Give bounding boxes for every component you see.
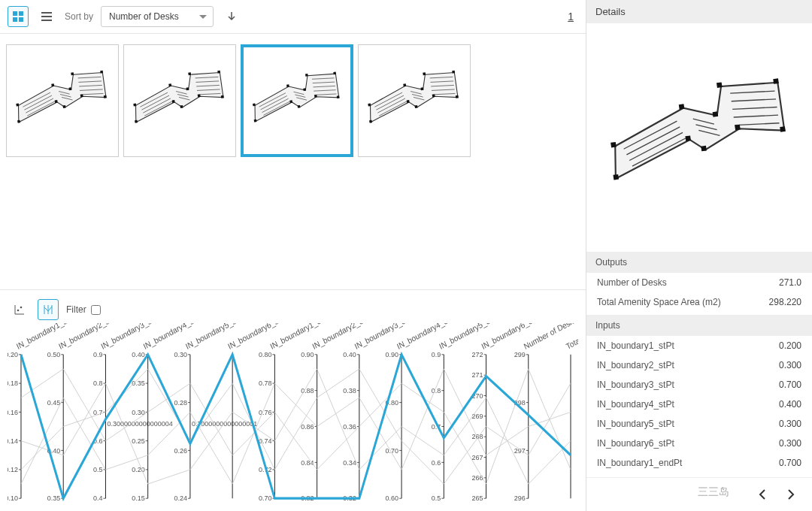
svg-text:0.86: 0.86 bbox=[301, 422, 314, 431]
svg-rect-6 bbox=[41, 20, 52, 21]
svg-text:266: 266 bbox=[472, 473, 483, 482]
arrow-left-icon bbox=[756, 488, 768, 500]
svg-text:272: 272 bbox=[472, 350, 483, 359]
parallel-view-button[interactable] bbox=[38, 299, 59, 320]
filter-toggle[interactable]: Filter bbox=[66, 304, 101, 315]
kv-value: 0.700 bbox=[779, 458, 801, 468]
svg-text:0.70: 0.70 bbox=[259, 494, 271, 503]
view-grid-button[interactable] bbox=[8, 6, 29, 27]
thumbnail-item[interactable] bbox=[123, 44, 236, 157]
svg-text:299: 299 bbox=[514, 350, 526, 359]
svg-text:297: 297 bbox=[514, 446, 526, 455]
arrow-down-icon bbox=[226, 11, 238, 23]
svg-point-7 bbox=[17, 310, 20, 312]
kv-key: IN_boundary4_stPt bbox=[597, 399, 674, 410]
svg-text:0.28: 0.28 bbox=[174, 398, 186, 407]
kv-row: IN_boundary1_stPt0.200 bbox=[586, 336, 812, 355]
prev-button[interactable] bbox=[752, 484, 773, 505]
sort-direction-button[interactable] bbox=[221, 6, 242, 27]
svg-text:0.8: 0.8 bbox=[93, 379, 102, 388]
details-title: Details bbox=[586, 0, 812, 23]
svg-text:0.5: 0.5 bbox=[432, 494, 441, 503]
svg-text:0.34: 0.34 bbox=[343, 458, 356, 467]
svg-text:0.25: 0.25 bbox=[132, 437, 144, 446]
scatter-view-button[interactable] bbox=[9, 299, 30, 320]
svg-text:0.80: 0.80 bbox=[259, 350, 271, 359]
kv-key: Number of Desks bbox=[597, 277, 667, 288]
kv-row: IN_boundary4_stPt0.400 bbox=[586, 395, 812, 414]
outputs-header: Outputs bbox=[586, 252, 812, 273]
kv-key: IN_boundary3_stPt bbox=[597, 379, 674, 390]
svg-text:0.60: 0.60 bbox=[386, 494, 398, 503]
svg-text:0.45: 0.45 bbox=[47, 398, 60, 407]
svg-text:0.38: 0.38 bbox=[343, 386, 356, 395]
svg-text:0.10: 0.10 bbox=[8, 494, 18, 503]
svg-text:265: 265 bbox=[472, 494, 483, 503]
thumbnail-gallery bbox=[0, 34, 586, 289]
kv-row: IN_boundary1_endPt0.700 bbox=[586, 453, 812, 473]
svg-text:268: 268 bbox=[472, 432, 483, 441]
svg-text:0.30: 0.30 bbox=[174, 350, 186, 359]
view-list-button[interactable] bbox=[36, 6, 57, 27]
svg-text:0.18: 0.18 bbox=[8, 379, 18, 388]
kv-value: 0.700 bbox=[779, 379, 801, 390]
details-preview bbox=[586, 23, 812, 249]
parallel-coords-chart[interactable]: IN_boundary1_stPt0.200.180.160.140.120.1… bbox=[8, 323, 578, 505]
svg-text:0.36: 0.36 bbox=[343, 422, 356, 431]
toolbar: Sort by Number of Desks 1 bbox=[0, 0, 586, 34]
svg-text:0.14: 0.14 bbox=[8, 437, 18, 446]
kv-key: IN_boundary5_stPt bbox=[597, 419, 674, 429]
filter-label: Filter bbox=[66, 304, 86, 315]
svg-text:0.12: 0.12 bbox=[8, 465, 18, 474]
svg-text:0.5: 0.5 bbox=[93, 465, 102, 474]
thumbnail-item[interactable] bbox=[6, 44, 119, 157]
svg-text:0.35: 0.35 bbox=[47, 494, 60, 503]
next-button[interactable] bbox=[780, 484, 801, 505]
svg-point-8 bbox=[20, 307, 23, 309]
sort-field-value: Number of Desks bbox=[109, 11, 179, 22]
sort-field-select[interactable]: Number of Desks bbox=[101, 6, 214, 27]
kv-value: 298.220 bbox=[769, 297, 801, 307]
filter-checkbox[interactable] bbox=[91, 305, 101, 315]
svg-text:271: 271 bbox=[472, 370, 483, 379]
kv-row: Total Amenity Space Area (m2)298.220 bbox=[586, 292, 812, 312]
svg-text:0.16: 0.16 bbox=[8, 407, 18, 416]
kv-value: 0.300 bbox=[779, 438, 801, 449]
kv-row: IN_boundary2_stPt0.300 bbox=[586, 355, 812, 375]
kv-value: 0.300 bbox=[779, 419, 801, 429]
kv-value: 0.400 bbox=[779, 399, 801, 410]
svg-text:0.90: 0.90 bbox=[301, 350, 314, 359]
svg-rect-3 bbox=[19, 17, 23, 22]
list-icon bbox=[41, 11, 53, 23]
inputs-header: Inputs bbox=[586, 315, 812, 336]
kv-row: IN_boundary5_stPt0.300 bbox=[586, 414, 812, 434]
kv-key: IN_boundary6_stPt bbox=[597, 438, 674, 449]
chart-panel: Filter IN_boundary1_stPt0.200.180.160.14… bbox=[0, 289, 586, 511]
svg-rect-4 bbox=[41, 12, 52, 14]
arrow-right-icon bbox=[785, 488, 797, 500]
svg-text:0.40: 0.40 bbox=[132, 350, 144, 359]
kv-row: IN_boundary6_stPt0.300 bbox=[586, 434, 812, 453]
kv-row: IN_boundary3_stPt0.700 bbox=[586, 375, 812, 395]
svg-text:0.78: 0.78 bbox=[259, 379, 271, 388]
svg-text:0.3000000000000004: 0.3000000000000004 bbox=[107, 419, 172, 428]
svg-text:0.24: 0.24 bbox=[174, 494, 186, 503]
scatter-icon bbox=[14, 304, 26, 316]
kv-value: 0.200 bbox=[779, 340, 801, 351]
page-number[interactable]: 1 bbox=[563, 11, 578, 23]
thumbnail-item[interactable] bbox=[358, 44, 471, 157]
svg-rect-2 bbox=[13, 17, 17, 22]
svg-text:0.30: 0.30 bbox=[132, 407, 144, 416]
svg-text:296: 296 bbox=[514, 494, 526, 503]
svg-text:0.9: 0.9 bbox=[432, 350, 441, 359]
kv-key: IN_boundary2_stPt bbox=[597, 360, 674, 370]
grid-icon bbox=[12, 11, 24, 23]
parallel-icon bbox=[42, 304, 54, 316]
thumbnail-item-selected[interactable] bbox=[241, 44, 353, 157]
svg-text:0.84: 0.84 bbox=[301, 458, 314, 467]
svg-text:0.20: 0.20 bbox=[8, 350, 18, 359]
kv-key: IN_boundary1_stPt bbox=[597, 340, 674, 351]
svg-text:0.40: 0.40 bbox=[343, 350, 356, 359]
kv-key: Total Amenity Space Area (m2) bbox=[597, 297, 721, 307]
svg-text:269: 269 bbox=[472, 412, 483, 421]
